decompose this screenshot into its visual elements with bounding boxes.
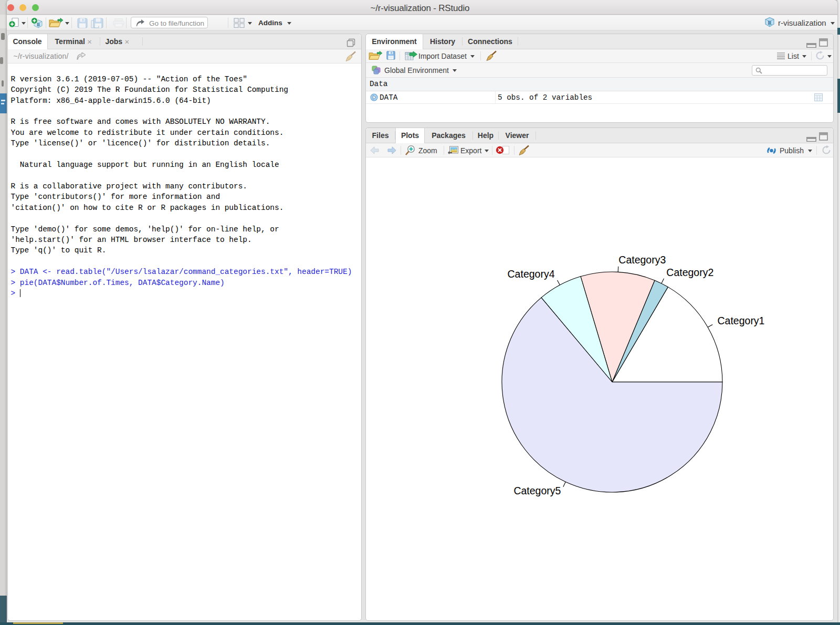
svg-text:Category3: Category3 (618, 254, 666, 266)
svg-text:Category2: Category2 (666, 267, 713, 278)
svg-text:R: R (768, 20, 772, 26)
svg-text:Category4: Category4 (508, 268, 555, 280)
svg-text:Category1: Category1 (718, 315, 765, 326)
svg-text:Category5: Category5 (513, 485, 561, 496)
svg-text:R: R (37, 22, 40, 27)
